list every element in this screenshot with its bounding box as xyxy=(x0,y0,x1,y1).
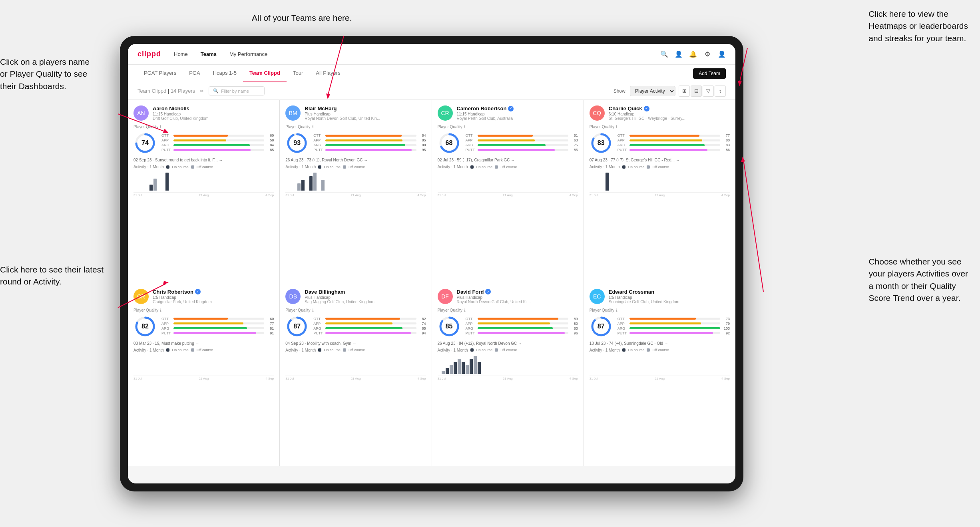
player-name[interactable]: David Ford ✓ xyxy=(457,289,578,295)
nav-my-performance[interactable]: My Performance xyxy=(229,50,267,59)
quality-label: Player Quality ℹ xyxy=(133,125,274,129)
activity-section: Activity · 1 Month On course Off course … xyxy=(133,348,274,380)
stat-value: 83 xyxy=(722,143,730,147)
player-name[interactable]: Dave Billingham xyxy=(305,289,426,295)
tab-hcaps[interactable]: Hcaps 1-5 xyxy=(207,65,243,82)
list-view-button[interactable]: ⊟ xyxy=(691,86,702,97)
stat-bar-fill xyxy=(173,135,228,137)
filter-button[interactable]: ▽ xyxy=(703,86,714,97)
info-icon[interactable]: ℹ xyxy=(464,308,466,312)
stat-label: APP xyxy=(466,138,476,142)
donut-wrap[interactable]: 93 xyxy=(285,131,309,155)
player-name[interactable]: Blair McHarg xyxy=(305,105,426,111)
stat-bar-fill xyxy=(173,139,226,141)
stat-bar-bg xyxy=(173,139,264,141)
player-card[interactable]: DF David Ford ✓ Plus Handicap Royal Nort… xyxy=(432,283,584,466)
quality-label: Player Quality ℹ xyxy=(438,125,578,129)
player-card[interactable]: DB Dave Billingham Plus Handicap Sag Mag… xyxy=(280,283,431,466)
nav-teams[interactable]: Teams xyxy=(201,50,217,59)
player-club: Royal North Devon Golf Club, United Kin.… xyxy=(305,116,426,121)
tab-all-players[interactable]: All Players xyxy=(309,65,347,82)
player-card[interactable]: CR Cameron Robertson ✓ 11:15 Handicap Ro… xyxy=(432,100,584,283)
player-name[interactable]: Chris Robertson ✓ xyxy=(153,289,274,295)
player-name[interactable]: Charlie Quick ✓ xyxy=(609,105,730,111)
filter-placeholder[interactable]: Filter by name xyxy=(221,89,249,93)
chart-date-start: 31 Jul xyxy=(133,193,142,197)
info-icon[interactable]: ℹ xyxy=(616,308,617,312)
show-select[interactable]: Player Activity xyxy=(630,86,675,96)
app-logo[interactable]: clippd xyxy=(137,50,161,58)
donut-wrap[interactable]: 74 xyxy=(133,131,157,155)
stat-bar-fill xyxy=(478,149,555,151)
donut-wrap[interactable]: 83 xyxy=(590,131,613,155)
player-name[interactable]: Edward Crossman xyxy=(609,289,730,295)
latest-round[interactable]: 04 Sep 23 · Mobility with coach, Gym → xyxy=(285,341,426,346)
stat-label: OTT xyxy=(313,133,324,137)
latest-round[interactable]: 18 Jul 23 · 74 (+4), Sunningdale GC - Ol… xyxy=(590,341,730,346)
tab-team-clippd[interactable]: Team Clippd xyxy=(243,65,287,82)
donut-wrap[interactable]: 87 xyxy=(285,315,309,338)
on-course-label: On course xyxy=(476,165,493,169)
latest-round[interactable]: 02 Sep 23 · Sunset round to get back int… xyxy=(133,158,274,162)
edit-team-icon[interactable]: ✏ xyxy=(200,88,204,94)
info-icon[interactable]: ℹ xyxy=(616,125,617,129)
avatar-icon[interactable]: 👤 xyxy=(718,50,726,58)
player-card[interactable]: CR Chris Robertson ✓ 1:5 Handicap Craigm… xyxy=(128,283,279,466)
info-icon[interactable]: ℹ xyxy=(160,308,161,312)
donut-wrap[interactable]: 85 xyxy=(438,315,461,338)
latest-round[interactable]: 03 Mar 23 · 19, Must make putting → xyxy=(133,341,274,346)
latest-round[interactable]: 02 Jul 23 · 59 (+17), Craigmillar Park G… xyxy=(438,158,578,162)
player-name[interactable]: Cameron Robertson ✓ xyxy=(457,105,578,111)
player-card[interactable]: BM Blair McHarg Plus Handicap Royal Nort… xyxy=(280,100,431,283)
latest-round[interactable]: 26 Aug 23 · 73 (+1), Royal North Devon G… xyxy=(285,158,426,162)
info-icon[interactable]: ℹ xyxy=(160,125,161,129)
player-info: Chris Robertson ✓ 1:5 Handicap Craigmill… xyxy=(153,289,274,304)
sort-button[interactable]: ↕ xyxy=(715,86,726,97)
info-icon[interactable]: ℹ xyxy=(464,125,466,129)
nav-home[interactable]: Home xyxy=(174,50,188,59)
stat-bar-fill xyxy=(478,144,546,146)
stat-row: ARG 81 xyxy=(161,326,274,330)
player-header: AN Aaron Nicholls 11:15 Handicap Drift G… xyxy=(133,105,274,121)
player-name[interactable]: Aaron Nicholls xyxy=(153,105,274,111)
tab-pgat-players[interactable]: PGAT Players xyxy=(137,65,183,82)
info-icon[interactable]: ℹ xyxy=(312,125,314,129)
stat-label: APP xyxy=(313,138,324,142)
stat-label: ARG xyxy=(313,143,324,147)
stat-value: 75 xyxy=(570,143,578,147)
search-filter-icon: 🔍 xyxy=(213,88,219,93)
stat-value: 63 xyxy=(570,138,578,142)
donut-wrap[interactable]: 87 xyxy=(590,315,613,338)
player-card[interactable]: CQ Charlie Quick ✓ 6:10 Handicap St. Geo… xyxy=(584,100,735,283)
team-title: Team Clippd | 14 Players xyxy=(137,88,195,94)
settings-icon[interactable]: ⚙ xyxy=(703,50,711,58)
search-icon[interactable]: 🔍 xyxy=(660,50,668,58)
donut-wrap[interactable]: 82 xyxy=(133,315,157,338)
stat-bar-fill xyxy=(325,318,400,320)
tab-tour[interactable]: Tour xyxy=(287,65,309,82)
player-avatar: CR xyxy=(133,289,149,304)
stat-label: PUTT xyxy=(617,331,628,335)
stat-bar-bg xyxy=(478,139,568,141)
stats-list: OTT 82 APP 74 ARG 85 PUTT xyxy=(313,317,426,336)
player-card[interactable]: AN Aaron Nicholls 11:15 Handicap Drift G… xyxy=(128,100,279,283)
profile-icon[interactable]: 👤 xyxy=(675,50,683,58)
stat-bar-bg xyxy=(629,135,720,137)
latest-round[interactable]: 07 Aug 23 · 77 (+7), St George's Hill GC… xyxy=(590,158,730,162)
player-card[interactable]: EC Edward Crossman 1:5 Handicap Sunningd… xyxy=(584,283,735,466)
quality-label: Player Quality ℹ xyxy=(590,125,730,129)
activity-label: Activity · 1 Month On course Off course xyxy=(438,348,578,352)
latest-round[interactable]: 26 Aug 23 · 84 (+12), Royal North Devon … xyxy=(438,341,578,346)
donut-wrap[interactable]: 68 xyxy=(438,131,461,155)
chart-area xyxy=(590,354,730,376)
stat-row: APP 77 xyxy=(161,322,274,326)
player-score: 87 xyxy=(293,323,301,330)
info-icon[interactable]: ℹ xyxy=(312,308,314,312)
stat-row: PUTT 92 xyxy=(617,331,730,335)
stat-row: OTT 89 xyxy=(466,317,578,321)
tab-pga[interactable]: PGA xyxy=(183,65,206,82)
bell-icon[interactable]: 🔔 xyxy=(689,50,697,58)
add-team-button[interactable]: Add Team xyxy=(693,68,726,79)
stat-label: OTT xyxy=(617,133,628,137)
grid-view-button[interactable]: ⊞ xyxy=(679,86,690,97)
